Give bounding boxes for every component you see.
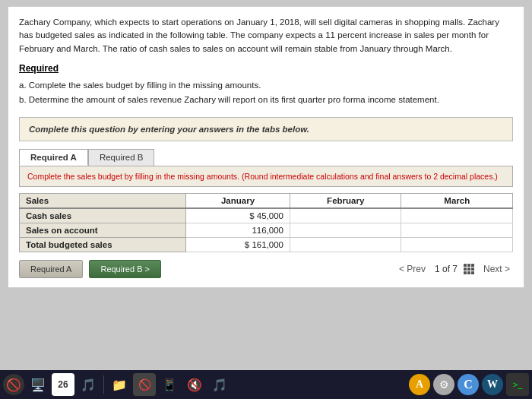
required-a-button[interactable]: Required A [19,260,83,278]
table-row: Total budgeted sales $ 161,000 [20,237,513,252]
required-heading: Required [19,63,513,74]
instructions: a. Complete the sales budget by filling … [19,78,513,108]
taskbar-music-icon[interactable]: 🎵 [77,373,100,396]
input-feb-cash[interactable] [296,211,365,220]
row-feb-account[interactable] [290,223,401,237]
taskbar-finder-icon[interactable]: 🖥️ [27,373,49,396]
instruction-a: a. Complete the sales budget by filling … [19,78,513,93]
table-row: Cash sales $ 45,000 [20,208,513,223]
taskbar-no-icon[interactable]: 🔇 [183,373,206,396]
input-mar-account[interactable] [407,226,476,235]
prev-button[interactable]: < Prev [396,262,429,276]
tab-content-box: Complete the sales budget by filling in … [19,166,513,187]
taskbar-music2-icon[interactable]: 🎵 [208,373,231,396]
row-mar-total[interactable] [401,237,513,252]
taskbar-a-icon[interactable]: A [409,374,430,395]
grid-icon[interactable] [464,264,474,274]
next-button[interactable]: Next > [480,262,513,276]
taskbar-terminal-icon[interactable]: >_ [506,373,529,396]
input-feb-account[interactable] [296,226,365,235]
taskbar-date[interactable]: 26 [52,373,74,396]
taskbar-prohibited-icon[interactable]: 🚫 [3,374,24,395]
tab-required-b[interactable]: Required B [88,149,155,166]
taskbar-extra-icon2[interactable]: 🚫 [133,373,156,396]
col-header-jan: January [186,193,290,208]
taskbar-w-icon[interactable]: W [482,374,503,395]
bottom-nav-area: Required A Required B > < Prev 1 of 7 [19,260,513,278]
pagination-area: < Prev 1 of 7 Next > [396,262,513,276]
col-header-mar: March [401,193,513,208]
input-mar-total[interactable] [407,240,476,249]
main-content: Zachary Company, which expects to start … [8,6,524,288]
tab-required-a[interactable]: Required A [19,149,88,166]
col-header-sales: Sales [20,193,186,208]
row-mar-cash[interactable] [401,208,513,223]
row-jan-account: 116,000 [186,223,290,237]
taskbar-separator [103,375,104,394]
taskbar-apps-icon[interactable]: 📱 [158,373,181,396]
tab-nav-buttons: Required A Required B > [19,260,161,278]
taskbar-c-icon[interactable]: C [458,374,479,395]
table-header-row: Sales January February March [20,193,513,208]
taskbar: 🚫 🖥️ 26 🎵 📁 🚫 📱 🔇 🎵 A ⚙ C W >_ [0,370,532,399]
row-feb-cash[interactable] [290,208,401,223]
input-mar-cash[interactable] [407,211,476,220]
question-box-text: Complete this question by entering your … [29,125,309,134]
taskbar-right: A ⚙ C W >_ [409,373,529,396]
row-jan-total: $ 161,000 [186,237,290,252]
taskbar-gear-icon[interactable]: ⚙ [433,374,454,395]
tabs-area: Required A Required B Complete the sales… [19,149,513,187]
budget-table: Sales January February March Cash sales … [19,193,513,252]
required-b-button[interactable]: Required B > [89,260,161,278]
row-label-account: Sales on account [20,223,186,237]
tab-content-text: Complete the sales budget by filling in … [27,172,498,181]
problem-text-body: Zachary Company, which expects to start … [19,17,499,53]
row-jan-cash: $ 45,000 [186,208,290,223]
row-mar-account[interactable] [401,223,513,237]
tab-content-note: (Round intermediate calculations and fin… [242,172,498,181]
row-label-cash: Cash sales [20,208,186,223]
input-feb-total[interactable] [296,240,365,249]
col-header-feb: February [290,193,401,208]
instruction-b: b. Determine the amount of sales revenue… [19,93,513,108]
row-label-total: Total budgeted sales [20,237,186,252]
tabs-row: Required A Required B [19,149,513,166]
taskbar-extra-icon1[interactable]: 📁 [108,373,131,396]
problem-description: Zachary Company, which expects to start … [19,16,513,55]
table-row: Sales on account 116,000 [20,223,513,237]
row-feb-total[interactable] [290,237,401,252]
question-box: Complete this question by entering your … [19,117,513,141]
page-indicator: 1 of 7 [435,264,458,274]
